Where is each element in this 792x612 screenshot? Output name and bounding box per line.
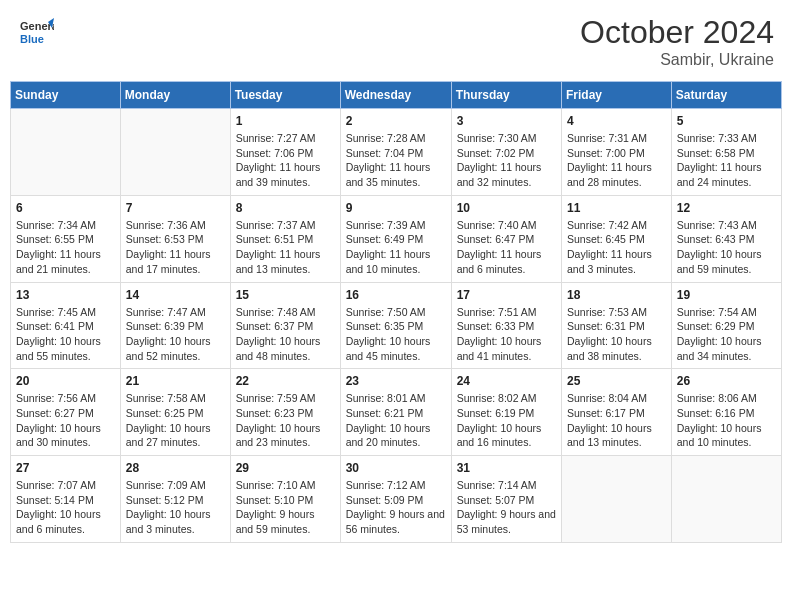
- day-number: 28: [126, 461, 225, 475]
- day-number: 21: [126, 374, 225, 388]
- day-info: Sunrise: 7:34 AMSunset: 6:55 PMDaylight:…: [16, 218, 115, 277]
- day-number: 25: [567, 374, 666, 388]
- logo-icon: General Blue: [18, 14, 54, 50]
- day-info: Sunrise: 8:04 AMSunset: 6:17 PMDaylight:…: [567, 391, 666, 450]
- title-area: October 2024 Sambir, Ukraine: [580, 14, 774, 69]
- day-info: Sunrise: 7:30 AMSunset: 7:02 PMDaylight:…: [457, 131, 556, 190]
- day-number: 27: [16, 461, 115, 475]
- day-info: Sunrise: 7:40 AMSunset: 6:47 PMDaylight:…: [457, 218, 556, 277]
- day-info: Sunrise: 7:43 AMSunset: 6:43 PMDaylight:…: [677, 218, 776, 277]
- day-number: 22: [236, 374, 335, 388]
- day-number: 5: [677, 114, 776, 128]
- day-number: 6: [16, 201, 115, 215]
- weekday-header-wednesday: Wednesday: [340, 82, 451, 109]
- calendar-cell: 15Sunrise: 7:48 AMSunset: 6:37 PMDayligh…: [230, 282, 340, 369]
- day-number: 9: [346, 201, 446, 215]
- day-number: 31: [457, 461, 556, 475]
- calendar-cell: 10Sunrise: 7:40 AMSunset: 6:47 PMDayligh…: [451, 195, 561, 282]
- calendar-cell: 11Sunrise: 7:42 AMSunset: 6:45 PMDayligh…: [562, 195, 672, 282]
- calendar-cell: 8Sunrise: 7:37 AMSunset: 6:51 PMDaylight…: [230, 195, 340, 282]
- day-info: Sunrise: 7:37 AMSunset: 6:51 PMDaylight:…: [236, 218, 335, 277]
- week-row-2: 6Sunrise: 7:34 AMSunset: 6:55 PMDaylight…: [11, 195, 782, 282]
- day-number: 8: [236, 201, 335, 215]
- day-info: Sunrise: 7:58 AMSunset: 6:25 PMDaylight:…: [126, 391, 225, 450]
- calendar-cell: 20Sunrise: 7:56 AMSunset: 6:27 PMDayligh…: [11, 369, 121, 456]
- weekday-header-friday: Friday: [562, 82, 672, 109]
- day-info: Sunrise: 7:54 AMSunset: 6:29 PMDaylight:…: [677, 305, 776, 364]
- calendar-cell: 6Sunrise: 7:34 AMSunset: 6:55 PMDaylight…: [11, 195, 121, 282]
- day-number: 24: [457, 374, 556, 388]
- calendar-cell: 28Sunrise: 7:09 AMSunset: 5:12 PMDayligh…: [120, 456, 230, 543]
- day-info: Sunrise: 7:42 AMSunset: 6:45 PMDaylight:…: [567, 218, 666, 277]
- calendar-cell: [120, 109, 230, 196]
- calendar-cell: 18Sunrise: 7:53 AMSunset: 6:31 PMDayligh…: [562, 282, 672, 369]
- weekday-header-saturday: Saturday: [671, 82, 781, 109]
- day-info: Sunrise: 7:51 AMSunset: 6:33 PMDaylight:…: [457, 305, 556, 364]
- day-number: 19: [677, 288, 776, 302]
- week-row-5: 27Sunrise: 7:07 AMSunset: 5:14 PMDayligh…: [11, 456, 782, 543]
- day-number: 2: [346, 114, 446, 128]
- day-info: Sunrise: 7:36 AMSunset: 6:53 PMDaylight:…: [126, 218, 225, 277]
- day-info: Sunrise: 7:39 AMSunset: 6:49 PMDaylight:…: [346, 218, 446, 277]
- calendar-cell: 25Sunrise: 8:04 AMSunset: 6:17 PMDayligh…: [562, 369, 672, 456]
- week-row-3: 13Sunrise: 7:45 AMSunset: 6:41 PMDayligh…: [11, 282, 782, 369]
- calendar-cell: 29Sunrise: 7:10 AMSunset: 5:10 PMDayligh…: [230, 456, 340, 543]
- calendar-cell: [562, 456, 672, 543]
- day-number: 20: [16, 374, 115, 388]
- day-info: Sunrise: 7:48 AMSunset: 6:37 PMDaylight:…: [236, 305, 335, 364]
- calendar-cell: 3Sunrise: 7:30 AMSunset: 7:02 PMDaylight…: [451, 109, 561, 196]
- weekday-header-tuesday: Tuesday: [230, 82, 340, 109]
- day-info: Sunrise: 7:31 AMSunset: 7:00 PMDaylight:…: [567, 131, 666, 190]
- calendar-cell: 21Sunrise: 7:58 AMSunset: 6:25 PMDayligh…: [120, 369, 230, 456]
- weekday-header-monday: Monday: [120, 82, 230, 109]
- day-info: Sunrise: 7:50 AMSunset: 6:35 PMDaylight:…: [346, 305, 446, 364]
- day-number: 1: [236, 114, 335, 128]
- day-info: Sunrise: 7:12 AMSunset: 5:09 PMDaylight:…: [346, 478, 446, 537]
- calendar-cell: 12Sunrise: 7:43 AMSunset: 6:43 PMDayligh…: [671, 195, 781, 282]
- day-number: 18: [567, 288, 666, 302]
- day-info: Sunrise: 7:45 AMSunset: 6:41 PMDaylight:…: [16, 305, 115, 364]
- day-info: Sunrise: 7:53 AMSunset: 6:31 PMDaylight:…: [567, 305, 666, 364]
- calendar-cell: 9Sunrise: 7:39 AMSunset: 6:49 PMDaylight…: [340, 195, 451, 282]
- day-number: 4: [567, 114, 666, 128]
- day-info: Sunrise: 7:09 AMSunset: 5:12 PMDaylight:…: [126, 478, 225, 537]
- calendar-cell: 16Sunrise: 7:50 AMSunset: 6:35 PMDayligh…: [340, 282, 451, 369]
- calendar-cell: 14Sunrise: 7:47 AMSunset: 6:39 PMDayligh…: [120, 282, 230, 369]
- day-number: 12: [677, 201, 776, 215]
- day-number: 23: [346, 374, 446, 388]
- day-number: 17: [457, 288, 556, 302]
- day-number: 13: [16, 288, 115, 302]
- calendar-cell: 5Sunrise: 7:33 AMSunset: 6:58 PMDaylight…: [671, 109, 781, 196]
- day-number: 7: [126, 201, 225, 215]
- day-info: Sunrise: 7:56 AMSunset: 6:27 PMDaylight:…: [16, 391, 115, 450]
- calendar-cell: 27Sunrise: 7:07 AMSunset: 5:14 PMDayligh…: [11, 456, 121, 543]
- day-number: 10: [457, 201, 556, 215]
- day-info: Sunrise: 7:10 AMSunset: 5:10 PMDaylight:…: [236, 478, 335, 537]
- calendar-cell: 19Sunrise: 7:54 AMSunset: 6:29 PMDayligh…: [671, 282, 781, 369]
- day-info: Sunrise: 7:33 AMSunset: 6:58 PMDaylight:…: [677, 131, 776, 190]
- day-info: Sunrise: 7:27 AMSunset: 7:06 PMDaylight:…: [236, 131, 335, 190]
- weekday-header-row: SundayMondayTuesdayWednesdayThursdayFrid…: [11, 82, 782, 109]
- day-number: 11: [567, 201, 666, 215]
- weekday-header-thursday: Thursday: [451, 82, 561, 109]
- calendar-cell: 17Sunrise: 7:51 AMSunset: 6:33 PMDayligh…: [451, 282, 561, 369]
- day-number: 3: [457, 114, 556, 128]
- day-number: 30: [346, 461, 446, 475]
- weekday-header-sunday: Sunday: [11, 82, 121, 109]
- calendar-cell: [671, 456, 781, 543]
- calendar-cell: [11, 109, 121, 196]
- day-info: Sunrise: 8:02 AMSunset: 6:19 PMDaylight:…: [457, 391, 556, 450]
- calendar-cell: 23Sunrise: 8:01 AMSunset: 6:21 PMDayligh…: [340, 369, 451, 456]
- svg-text:Blue: Blue: [20, 33, 44, 45]
- day-info: Sunrise: 8:01 AMSunset: 6:21 PMDaylight:…: [346, 391, 446, 450]
- calendar-cell: 4Sunrise: 7:31 AMSunset: 7:00 PMDaylight…: [562, 109, 672, 196]
- week-row-1: 1Sunrise: 7:27 AMSunset: 7:06 PMDaylight…: [11, 109, 782, 196]
- location-title: Sambir, Ukraine: [580, 51, 774, 69]
- day-info: Sunrise: 8:06 AMSunset: 6:16 PMDaylight:…: [677, 391, 776, 450]
- calendar-cell: 2Sunrise: 7:28 AMSunset: 7:04 PMDaylight…: [340, 109, 451, 196]
- calendar-cell: 24Sunrise: 8:02 AMSunset: 6:19 PMDayligh…: [451, 369, 561, 456]
- calendar-cell: 31Sunrise: 7:14 AMSunset: 5:07 PMDayligh…: [451, 456, 561, 543]
- day-info: Sunrise: 7:59 AMSunset: 6:23 PMDaylight:…: [236, 391, 335, 450]
- calendar-table: SundayMondayTuesdayWednesdayThursdayFrid…: [10, 81, 782, 543]
- day-number: 15: [236, 288, 335, 302]
